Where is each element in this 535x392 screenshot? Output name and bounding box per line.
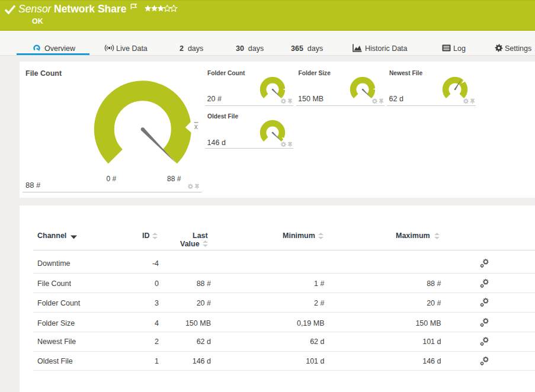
svg-text:x: x — [194, 123, 198, 131]
